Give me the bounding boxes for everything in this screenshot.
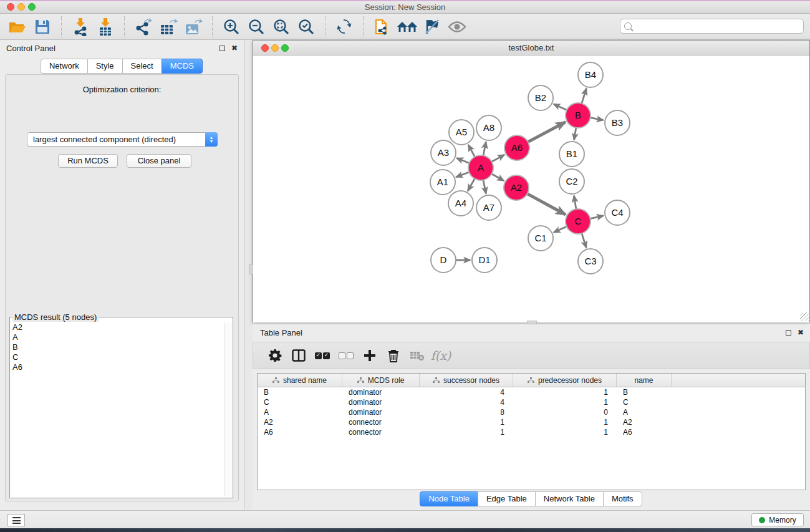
eye-icon[interactable] (445, 16, 470, 38)
table-cell[interactable]: A (258, 407, 342, 417)
table-cell[interactable]: 1 (420, 417, 513, 427)
graph-node[interactable]: A3 (431, 140, 456, 165)
graph-node[interactable]: D1 (472, 248, 497, 273)
graph-node[interactable]: C2 (559, 169, 584, 194)
graph-node[interactable]: A7 (476, 195, 501, 220)
graph-edge[interactable] (468, 178, 475, 191)
zoom-selected-icon[interactable] (294, 16, 319, 38)
table-cell[interactable]: A (617, 407, 672, 417)
column-header[interactable]: name (617, 374, 672, 387)
network-window-titlebar[interactable]: testGlobe.txt (253, 41, 809, 56)
graph-node[interactable]: B4 (578, 62, 603, 87)
result-item[interactable]: A2 (12, 322, 224, 332)
table-cell[interactable]: 1 (513, 417, 617, 427)
trash-icon[interactable] (382, 346, 405, 365)
tab-network[interactable]: Network (41, 59, 88, 74)
graph-edge[interactable] (456, 158, 469, 163)
table-cell[interactable]: dominator (342, 397, 420, 407)
gear-icon[interactable] (263, 346, 287, 365)
graph-edge[interactable] (582, 89, 586, 104)
table-cell[interactable]: A6 (258, 427, 342, 437)
run-mcds-button[interactable]: Run MCDS (58, 154, 118, 168)
graph-edge[interactable] (483, 180, 486, 194)
resize-grip[interactable] (800, 312, 809, 321)
graph-node[interactable]: A (468, 155, 493, 180)
show-task-history-button[interactable] (7, 514, 25, 526)
tab-style[interactable]: Style (87, 59, 123, 74)
result-item[interactable]: C (12, 352, 224, 362)
table-cell[interactable]: C (617, 397, 672, 407)
table-cell[interactable]: A2 (258, 417, 342, 427)
tab-select[interactable]: Select (122, 59, 162, 74)
graph-edge[interactable] (528, 194, 566, 215)
column-header[interactable]: shared name (258, 374, 342, 387)
graph-node[interactable]: C3 (578, 249, 603, 274)
table-float-panel-icon[interactable] (786, 330, 791, 336)
result-item[interactable]: B (12, 342, 224, 352)
table-cell[interactable]: dominator (342, 407, 420, 417)
refresh-icon[interactable] (332, 16, 357, 38)
table-row[interactable]: Adominator80A (258, 407, 805, 417)
table-cell[interactable]: 0 (513, 407, 617, 417)
table-cell[interactable]: 1 (420, 427, 513, 437)
table-cell[interactable]: 1 (513, 427, 617, 437)
tab-motifs[interactable]: Motifs (603, 491, 642, 506)
column-header[interactable]: MCDS role (342, 374, 420, 387)
memory-button[interactable]: Memory (751, 513, 804, 526)
net-zoom-traffic-light[interactable] (281, 44, 289, 52)
table-cell[interactable]: A2 (617, 417, 672, 427)
select-all-icon[interactable] (311, 346, 334, 365)
close-traffic-light[interactable] (7, 3, 14, 11)
graph-node[interactable]: A6 (504, 135, 529, 160)
graph-node[interactable]: A2 (504, 175, 529, 200)
table-cell[interactable]: C (258, 397, 342, 407)
table-cell[interactable]: A6 (617, 427, 672, 437)
table-row[interactable]: A2connector11A2 (258, 417, 805, 427)
graph-edge[interactable] (582, 233, 586, 248)
graph-node[interactable]: C4 (605, 200, 630, 225)
zoom-out-icon[interactable] (244, 16, 269, 38)
table-header-row[interactable]: shared nameMCDS rolesuccessor nodesprede… (258, 374, 805, 387)
graph-edge[interactable] (468, 145, 475, 157)
node-table[interactable]: shared nameMCDS rolesuccessor nodesprede… (257, 373, 806, 490)
zoom-in-icon[interactable] (219, 16, 244, 38)
graph-edge[interactable] (574, 196, 576, 210)
tab-network-table[interactable]: Network Table (535, 491, 604, 506)
export-table-icon[interactable] (156, 16, 181, 38)
mcds-result-list[interactable]: A2ABCA6 (12, 322, 224, 496)
search-field[interactable] (620, 19, 804, 34)
table-row[interactable]: A6connector11A6 (258, 427, 805, 437)
graph-edge[interactable] (554, 226, 567, 232)
result-item[interactable]: A6 (12, 362, 224, 372)
add-icon[interactable] (358, 346, 382, 365)
table-close-panel-icon[interactable]: ✖ (798, 329, 804, 336)
graph-node[interactable]: B2 (528, 85, 553, 110)
graph-edge[interactable] (491, 174, 504, 181)
zoom-traffic-light[interactable] (28, 3, 36, 11)
vertical-divider-handle[interactable] (249, 264, 253, 274)
table-cell[interactable]: 4 (420, 387, 513, 397)
column-header[interactable]: successor nodes (420, 374, 513, 387)
table-cell[interactable]: B (617, 387, 672, 397)
graph-node[interactable]: C (566, 209, 591, 234)
net-close-traffic-light[interactable] (261, 44, 269, 52)
result-scrollbar[interactable] (224, 322, 232, 496)
tab-node-table[interactable]: Node Table (420, 491, 478, 506)
graph-node[interactable]: D (431, 248, 456, 273)
float-panel-icon[interactable] (219, 46, 225, 51)
table-cell[interactable]: B (258, 387, 342, 397)
graph-node[interactable]: A8 (476, 115, 501, 140)
table-cell[interactable]: 8 (420, 407, 513, 417)
graph-node[interactable]: B3 (605, 110, 630, 135)
graph-edge[interactable] (591, 216, 604, 219)
flag-eye-icon[interactable] (420, 16, 445, 38)
tab-mcds[interactable]: MCDS (162, 59, 203, 74)
table-row[interactable]: Cdominator41C (258, 397, 805, 407)
deselect-all-icon[interactable] (334, 346, 358, 365)
graph-node[interactable]: A4 (448, 191, 473, 216)
table-cell[interactable]: dominator (342, 387, 420, 397)
zoom-fit-icon[interactable] (269, 16, 294, 38)
net-minimize-traffic-light[interactable] (271, 44, 279, 52)
optimization-criterion-select[interactable]: largest connected component (directed) ▲… (27, 132, 218, 147)
export-network-icon[interactable] (131, 16, 156, 38)
